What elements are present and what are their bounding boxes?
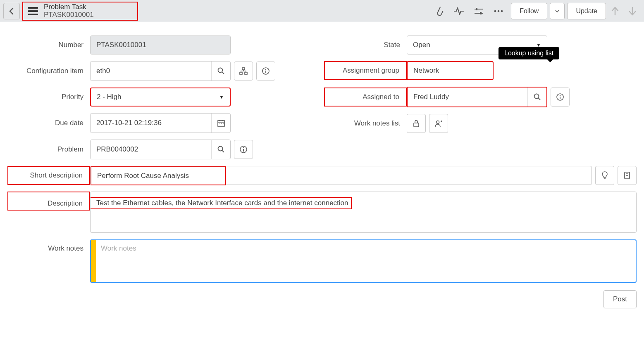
update-button[interactable]: Update bbox=[567, 3, 606, 19]
svg-point-17 bbox=[243, 147, 244, 148]
svg-point-15 bbox=[218, 147, 222, 151]
arrow-up-icon bbox=[611, 7, 619, 16]
ci-label: Configuration item bbox=[7, 67, 90, 75]
add-me-button[interactable] bbox=[429, 114, 448, 133]
lock-icon bbox=[413, 120, 420, 127]
problem-lookup-button[interactable] bbox=[211, 140, 230, 159]
assigned-to-field[interactable]: Fred Luddy bbox=[408, 88, 527, 107]
svg-rect-6 bbox=[242, 68, 245, 70]
form-body: Number PTASK0010001 Configuration item e… bbox=[0, 22, 644, 318]
svg-point-5 bbox=[218, 68, 222, 73]
attachments-button[interactable] bbox=[431, 3, 447, 19]
prev-record-button[interactable] bbox=[607, 1, 623, 21]
assignment-group-label: Assignment group bbox=[324, 61, 407, 80]
update-label: Update bbox=[576, 7, 597, 15]
lookup-tooltip: Lookup using list bbox=[499, 47, 559, 59]
assigned-to-lookup-button[interactable] bbox=[527, 88, 546, 107]
post-button[interactable]: Post bbox=[603, 290, 637, 308]
due-date-field[interactable]: 2017-10-21 02:19:36 bbox=[91, 114, 211, 133]
due-date-label: Due date bbox=[7, 119, 90, 127]
ellipsis-icon bbox=[494, 9, 503, 13]
record-title: Problem Task PTASK0010001 bbox=[22, 2, 138, 21]
bulb-icon bbox=[601, 171, 608, 180]
tree-icon bbox=[239, 67, 248, 75]
ci-field[interactable]: eth0 bbox=[91, 62, 211, 80]
ci-info-button[interactable] bbox=[256, 62, 275, 80]
svg-point-20 bbox=[560, 95, 561, 96]
sliders-icon bbox=[474, 7, 483, 15]
arrow-down-icon bbox=[629, 7, 636, 16]
menu-icon[interactable] bbox=[26, 5, 40, 17]
follow-label: Follow bbox=[520, 7, 539, 15]
ci-lookup-button[interactable] bbox=[211, 62, 230, 80]
svg-rect-0 bbox=[476, 8, 477, 10]
tooltip-text: Lookup using list bbox=[504, 50, 553, 57]
svg-rect-8 bbox=[245, 72, 247, 74]
svg-point-3 bbox=[498, 10, 500, 12]
number-label: Number bbox=[7, 41, 90, 49]
card-icon bbox=[624, 171, 630, 180]
search-icon bbox=[217, 67, 225, 75]
svg-point-12 bbox=[219, 123, 220, 124]
next-record-button[interactable] bbox=[624, 1, 641, 21]
svg-rect-7 bbox=[240, 72, 242, 74]
description-field[interactable]: Test the Ethernet cables, the Network In… bbox=[90, 192, 637, 233]
unlock-button[interactable] bbox=[407, 114, 426, 133]
follow-dropdown[interactable] bbox=[550, 3, 565, 19]
search-icon bbox=[534, 93, 541, 101]
assigned-to-info-button[interactable] bbox=[551, 88, 570, 107]
svg-point-4 bbox=[501, 10, 503, 12]
info-icon bbox=[262, 67, 270, 75]
title-sub: PTASK0010001 bbox=[44, 11, 94, 19]
problem-field[interactable]: PRB0040002 bbox=[91, 140, 211, 159]
problem-info-button[interactable] bbox=[234, 140, 253, 159]
work-notes-textarea[interactable]: Work notes bbox=[90, 239, 637, 283]
title-main: Problem Task bbox=[44, 3, 94, 11]
svg-point-18 bbox=[534, 94, 539, 99]
short-description-label: Short description bbox=[7, 166, 90, 185]
svg-point-13 bbox=[221, 123, 222, 124]
svg-point-2 bbox=[494, 10, 496, 12]
activity-button[interactable] bbox=[451, 3, 467, 19]
ci-tree-button[interactable] bbox=[234, 62, 253, 80]
header-bar: Problem Task PTASK0010001 Follow Update bbox=[0, 0, 644, 22]
svg-point-10 bbox=[265, 69, 266, 70]
settings-button[interactable] bbox=[470, 3, 487, 19]
follow-button[interactable]: Follow bbox=[511, 3, 547, 19]
post-label: Post bbox=[613, 295, 627, 303]
info-icon bbox=[556, 93, 564, 101]
svg-rect-21 bbox=[414, 123, 419, 127]
paperclip-icon bbox=[434, 6, 444, 16]
suggestion-button[interactable] bbox=[595, 166, 614, 185]
back-button[interactable] bbox=[3, 3, 20, 19]
priority-label: Priority bbox=[7, 93, 90, 101]
work-notes-list-label: Work notes list bbox=[324, 119, 407, 128]
assignment-group-field[interactable]: Network bbox=[407, 61, 494, 80]
caret-down-icon bbox=[555, 10, 559, 12]
calendar-icon bbox=[217, 119, 225, 127]
work-notes-placeholder: Work notes bbox=[96, 240, 141, 282]
caret-down-icon: ▼ bbox=[219, 94, 224, 100]
svg-rect-1 bbox=[480, 12, 482, 14]
left-column: Number PTASK0010001 Configuration item e… bbox=[7, 32, 320, 163]
work-notes-indicator bbox=[91, 240, 96, 282]
date-picker-button[interactable] bbox=[211, 114, 230, 133]
priority-value: 2 - High bbox=[97, 93, 122, 101]
state-value: Open bbox=[413, 41, 430, 49]
description-label: Description bbox=[7, 192, 90, 211]
description-value-highlight: Test the Ethernet cables, the Network In… bbox=[91, 197, 352, 209]
assigned-to-label: Assigned to bbox=[324, 88, 407, 107]
priority-select[interactable]: 2 - High ▼ bbox=[90, 88, 231, 107]
number-field: PTASK0010001 bbox=[90, 36, 231, 54]
short-description-field-highlight[interactable]: Perform Root Cause Analysis bbox=[91, 166, 226, 185]
svg-point-14 bbox=[223, 123, 224, 124]
person-plus-icon bbox=[434, 120, 443, 127]
work-notes-label: Work notes bbox=[7, 239, 90, 253]
info-icon bbox=[239, 145, 248, 154]
state-label: State bbox=[324, 41, 407, 49]
more-button[interactable] bbox=[490, 3, 507, 19]
chevron-left-icon bbox=[9, 7, 14, 15]
right-column: State Open ▼ Assignment group Network Lo… bbox=[324, 32, 637, 163]
svg-point-22 bbox=[436, 121, 439, 124]
knowledge-button[interactable] bbox=[618, 166, 637, 185]
